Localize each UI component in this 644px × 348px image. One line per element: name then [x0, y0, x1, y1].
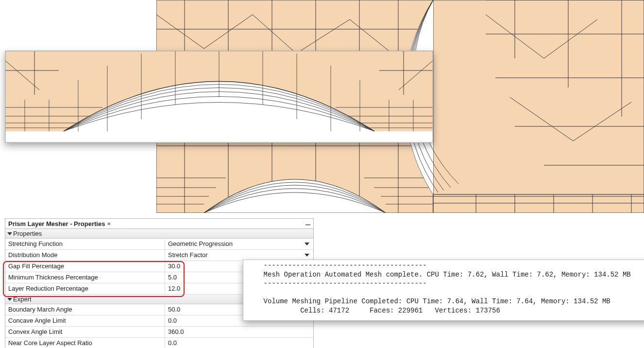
label-boundary-march: Boundary March Angle [5, 304, 165, 315]
value-convex[interactable]: 360.0 [165, 327, 313, 337]
section-properties[interactable]: Properties [5, 229, 313, 239]
label-distribution-mode: Distribution Mode [5, 250, 165, 261]
mesh-viewport[interactable] [0, 0, 644, 213]
svg-rect-51 [5, 131, 433, 142]
chevron-down-icon [305, 243, 309, 245]
properties-titlebar[interactable]: Prism Layer Mesher - Properties × – [5, 219, 313, 229]
properties-title: Prism Layer Mesher - Properties [8, 220, 105, 227]
value-near-core[interactable]: 0.0 [165, 338, 313, 348]
label-layer-reduction: Layer Reduction Percentage [5, 283, 165, 294]
label-near-core: Near Core Layer Aspect Ratio [5, 338, 165, 348]
row-stretching-function[interactable]: Stretching Function Geometric Progressio… [5, 239, 313, 250]
svg-rect-30 [433, 194, 644, 213]
label-convex: Convex Angle Limit [5, 327, 165, 337]
row-convex[interactable]: Convex Angle Limit 360.0 [5, 327, 313, 338]
console-line: Volume Meshing Pipeline Completed: CPU T… [247, 297, 610, 305]
label-gap-fill: Gap Fill Percentage [5, 261, 165, 272]
console-output: ----------------------------------------… [243, 260, 644, 321]
console-line: Cells: 47172 Faces: 229961 Vertices: 173… [247, 307, 500, 314]
value-stretching-function[interactable]: Geometric Progression [165, 239, 313, 249]
section-properties-label: Properties [13, 230, 42, 237]
value-distribution-mode[interactable]: Stretch Factor [165, 250, 313, 261]
label-min-thickness: Minimum Thickness Percentage [5, 272, 165, 283]
mesh-inset-svg [5, 51, 433, 142]
chevron-down-icon [305, 254, 309, 257]
console-line: ---------------------------------------- [247, 261, 427, 269]
label-stretching-function: Stretching Function [5, 239, 165, 249]
minimize-icon[interactable]: – [305, 221, 310, 227]
mesh-inset-panel [5, 51, 433, 143]
console-line: ---------------------------------------- [247, 279, 427, 287]
chevron-down-icon [7, 232, 12, 235]
console-line: Mesh Operation Automated Mesh complete. … [247, 271, 631, 278]
svg-rect-29 [433, 0, 644, 213]
row-near-core[interactable]: Near Core Layer Aspect Ratio 0.0 [5, 338, 313, 348]
section-expert-label: Expert [13, 296, 32, 303]
chevron-down-icon [7, 298, 12, 301]
label-concave: Concave Angle Limit [5, 315, 165, 326]
close-icon[interactable]: × [107, 220, 111, 227]
